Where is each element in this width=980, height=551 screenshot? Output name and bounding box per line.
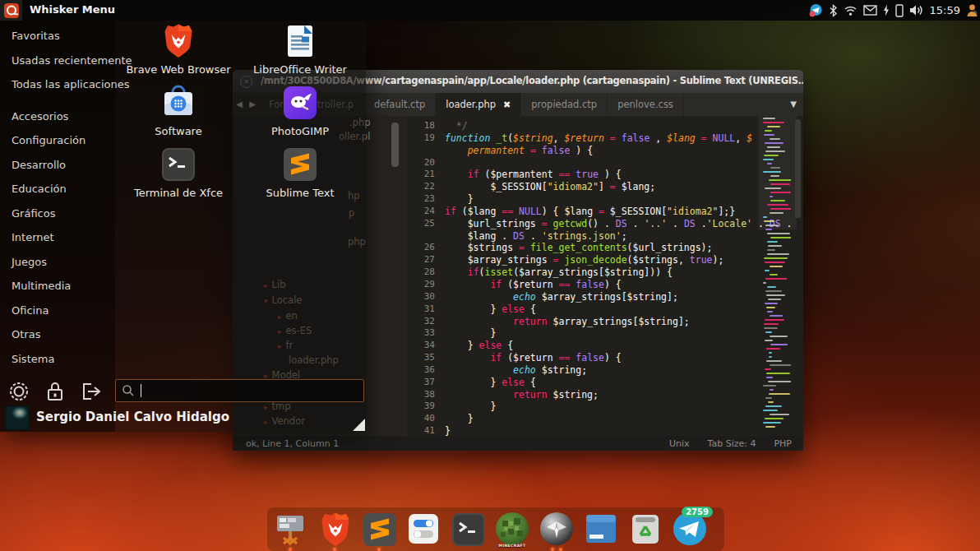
sidebar-item-desarrollo[interactable]: Desarrollo [0, 153, 115, 178]
sidebar-scrollbar[interactable] [391, 123, 399, 167]
tab-default-ctp[interactable]: default.ctp [364, 93, 436, 116]
code-token [604, 132, 610, 144]
sidebar-item-accesorios[interactable]: Accesorios [0, 104, 115, 129]
code-text: } [445, 413, 474, 425]
code-text: if ($permantent == true ) { [445, 169, 622, 181]
indicator-dot [559, 548, 562, 551]
dock-item-trash[interactable] [627, 511, 663, 550]
minimap-line [763, 122, 784, 123]
code-text: echo $array_strings[$string]; [445, 291, 678, 303]
bluetooth-icon[interactable] [829, 4, 838, 17]
sidebar-item-educaci-n[interactable]: Educación [0, 177, 115, 201]
tab-size[interactable]: Tab Size: 4 [708, 438, 756, 449]
sidebar-item-multimedia[interactable]: Multimedia [0, 274, 115, 299]
syntax-mode[interactable]: PHP [774, 438, 792, 449]
telegram-tray-icon[interactable] [809, 3, 823, 17]
sidebar-item-oficina[interactable]: Oficina [0, 299, 115, 323]
menu-resize-grip[interactable] [353, 419, 365, 431]
tab-penlove-css[interactable]: penlove.css [608, 93, 684, 116]
wifi-icon[interactable] [844, 5, 858, 16]
minimap-line [767, 163, 772, 164]
clock[interactable]: 15:59 [930, 4, 960, 16]
dock-item-minecraft[interactable]: MINECRAFT [494, 511, 530, 550]
app-item-terminal[interactable]: Terminal de Xfce [121, 146, 236, 206]
line-number: 32 [407, 316, 445, 328]
minimap-line [765, 130, 772, 132]
minimap-line [765, 368, 771, 370]
dock-item-xfce-terminal[interactable] [450, 511, 486, 550]
app-item-software[interactable]: Software [121, 84, 236, 145]
dock-item-brave-browser[interactable] [317, 511, 353, 550]
user-row[interactable]: Sergio Daniel Calvo Hidalgo [0, 404, 366, 432]
app-item-writer[interactable]: LibreOffice Writer [243, 22, 358, 83]
tab-close-icon[interactable]: ✖ [503, 100, 511, 110]
code-token [445, 266, 468, 278]
code-editor[interactable]: 18 */19function _t($string, $return = fa… [407, 116, 803, 436]
dock-item-sublime-text[interactable] [361, 511, 397, 550]
minimap-line [765, 426, 775, 428]
photogimp-icon [281, 84, 319, 122]
minimap-line [767, 204, 788, 206]
sidebar-item-juegos[interactable]: Juegos [0, 250, 115, 275]
power-bolt-icon[interactable] [883, 4, 890, 16]
minecraft-label: MINECRAFT [494, 544, 530, 548]
minimap-line [764, 327, 778, 329]
dock-item-tlauncher[interactable] [539, 511, 575, 550]
dock-item-settings[interactable] [405, 511, 441, 550]
whisker-menu-button[interactable] [0, 0, 22, 21]
app-item-brave[interactable]: Brave Web Browser [121, 22, 236, 83]
dock-item-file-manager[interactable] [583, 511, 619, 550]
sidebar-item-favoritas[interactable]: Favoritas [0, 24, 115, 49]
lock-screen-button[interactable] [43, 379, 67, 404]
editor-scrollbar[interactable] [795, 119, 801, 218]
minecraft-icon [494, 511, 530, 547]
app-item-photogimp[interactable]: PhotoGIMP [243, 84, 358, 145]
search-input[interactable] [139, 381, 356, 401]
app-item-sublime[interactable]: Sublime Text [243, 146, 358, 206]
dock-item-telegram[interactable]: 2759 [672, 511, 708, 550]
code-token: false [576, 279, 604, 290]
minimap-line [767, 249, 775, 251]
line-number: 33 [407, 327, 445, 340]
tab-list-dropdown-icon[interactable]: ▼ [790, 93, 797, 116]
sidebar-item-gr-ficos[interactable]: Gráficos [0, 201, 115, 226]
sublime-icon [281, 146, 319, 183]
code-token: == [559, 352, 571, 363]
code-text: } [445, 425, 451, 436]
sidebar-item-internet[interactable]: Internet [0, 225, 115, 250]
code-token: ($return [502, 352, 558, 363]
code-token: function [445, 132, 496, 144]
code-token: = [701, 132, 707, 144]
phone-device-icon[interactable] [895, 4, 904, 17]
sidebar-item-todas-las-aplicaciones[interactable]: Todas las aplicaciones [0, 72, 115, 97]
mail-icon[interactable] [863, 5, 877, 16]
minimap-line [768, 401, 774, 403]
tab-propiedad-ctp[interactable]: propiedad.ctp [521, 93, 608, 116]
code-text: } [445, 401, 496, 413]
minimap[interactable] [763, 118, 791, 434]
tab-loader-php[interactable]: loader.php✖ [436, 93, 521, 116]
sidebar-item-otras[interactable]: Otras [0, 322, 115, 347]
search-box[interactable] [115, 379, 364, 402]
minimap-line [770, 237, 791, 238]
user-switch-icon[interactable] [966, 3, 978, 17]
sidebar-item-sistema[interactable]: Sistema [0, 347, 115, 372]
code-token: } [445, 413, 474, 424]
code-token [616, 132, 622, 144]
minimap-line [768, 245, 782, 247]
minimap-line [770, 167, 780, 169]
app-label: Software [121, 125, 236, 137]
sidebar-item-usadas-recientemente[interactable]: Usadas recientemente [0, 49, 115, 73]
code-token [525, 242, 530, 253]
code-token: = [553, 254, 559, 266]
volume-icon[interactable] [909, 4, 924, 16]
line-endings[interactable]: Unix [669, 438, 690, 449]
sidebar-item-configuraci-n[interactable]: Configuración [0, 128, 115, 153]
settings-icon [405, 511, 441, 547]
dock-item-menu-editor[interactable] [272, 511, 308, 550]
log-out-button[interactable] [79, 379, 104, 404]
settings-button[interactable] [7, 379, 31, 404]
code-token: DS [684, 218, 696, 229]
code-line: 35 if ($return == false) { [407, 352, 803, 364]
line-number: 37 [407, 377, 445, 389]
